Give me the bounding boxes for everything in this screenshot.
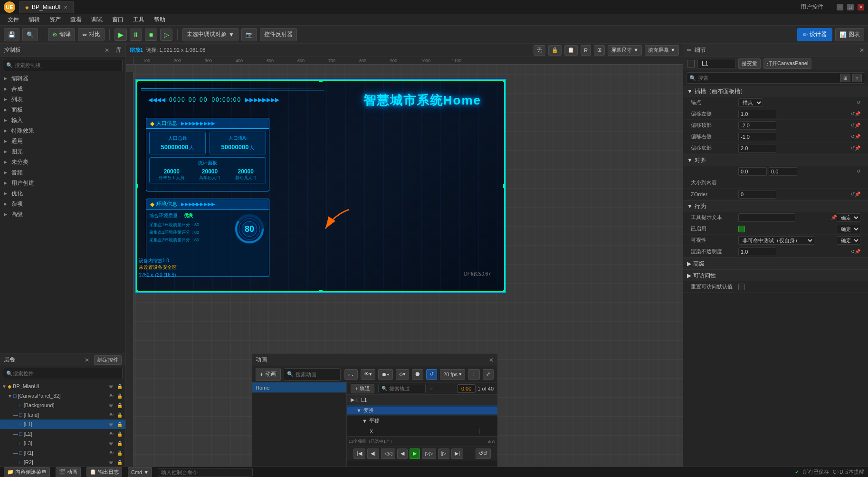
align-y-input[interactable] [769,167,797,176]
visibility-icon-l3[interactable]: 👁 [107,439,115,447]
record-btn[interactable]: ⏺▾ [378,369,393,380]
sequence-btn[interactable]: ⬣ [412,369,423,380]
tooltip-dropdown[interactable]: 确定 [837,213,860,222]
menu-asset[interactable]: 资产 [46,15,65,25]
behavior-section-header[interactable]: ▼ 行为 [683,200,868,212]
layer-canvas-panel[interactable]: ▼ □ [CanvasPanel_32] 👁 🔒 [0,391,125,401]
is-variable-btn[interactable]: 是变量 [738,58,761,69]
right-panel-close-btn[interactable]: ✕ [859,47,864,54]
minimize-btn[interactable]: ─ [837,4,843,10]
opacity-input[interactable] [738,248,776,256]
visibility-icon-l1[interactable]: 👁 [107,420,115,428]
alignment-section-header[interactable]: ▼ 对齐 [683,154,868,166]
layer-hand[interactable]: — □ [Hand] 👁 🔒 [0,410,125,420]
visibility-icon-bp[interactable]: 👁 [107,382,115,390]
save-btn[interactable]: 💾 [4,28,19,41]
enabled-checkbox[interactable] [738,226,745,232]
layer-l1[interactable]: — □ [L1] 👁 🔒 [0,420,125,429]
component-uncategorized[interactable]: ▶ 未分类 [0,157,125,167]
layer-r1[interactable]: — □ [R1] 👁 🔒 [0,448,125,458]
enabled-dropdown[interactable]: 确定 [837,225,860,233]
component-misc[interactable]: ▶ 杂项 [0,199,125,209]
stop-btn[interactable]: ■ [145,29,157,41]
bind-widget-btn[interactable]: 绑定控件 [94,355,122,365]
lock-btn[interactable]: 🔒 [548,45,562,56]
opacity-pin[interactable]: 📌 [855,249,860,254]
anchor-reset-btn[interactable]: ↺ [857,100,860,105]
close-btn[interactable]: ✕ [858,4,864,10]
layer-close-btn[interactable]: ✕ [85,357,89,363]
options-btn[interactable]: ⋮ [468,369,480,380]
loop-btn[interactable]: ↺ [426,369,437,380]
controls-close-btn[interactable]: ✕ [105,47,109,54]
menu-edit[interactable]: 编辑 [25,15,44,25]
time-input[interactable]: 0.00 [457,384,476,393]
visibility-icon-r1[interactable]: 👁 [107,449,115,457]
align-x-input[interactable] [738,167,767,176]
fill-screen-btn[interactable]: 填充屏幕 ▼ [645,45,679,56]
component-list-item[interactable]: ▶ 列表 [0,94,125,105]
alignment-reset[interactable]: ↺ [857,169,860,174]
lock-icon-bp[interactable]: 🔒 [116,382,124,390]
lock-icon-bg[interactable]: 🔒 [116,401,124,409]
offset-top-pin[interactable]: 📌 [855,123,860,128]
goto-end-btn[interactable]: ▶| [451,448,463,459]
menu-file[interactable]: 文件 [4,15,23,25]
snap-btn[interactable]: ◇▾ [396,369,409,380]
visibility-icon-bg[interactable]: 👁 [107,401,115,409]
offset-right-pin[interactable]: 📌 [855,134,860,139]
menu-view[interactable]: 查看 [67,15,86,25]
track-search-input[interactable] [389,386,422,391]
widget-mirror-btn[interactable]: 控件反射器 [260,28,297,41]
slot-section-header[interactable]: ▼ 插槽（画布面板槽） [683,86,868,97]
controls-tab[interactable]: 控制板 [4,46,21,54]
no-btn[interactable]: 无 [534,45,545,56]
zorder-pin[interactable]: 📌 [855,191,860,197]
layer-r2[interactable]: — □ [R2] 👁 🔒 [0,458,125,467]
tooltip-input[interactable] [738,213,795,222]
lock-icon-r2[interactable]: 🔒 [116,458,124,466]
component-advanced[interactable]: ▶ 高级 [0,209,125,219]
component-panel[interactable]: ▶ 面板 [0,105,125,115]
offset-top-reset[interactable]: ↺ [851,123,855,128]
goto-start-btn[interactable]: |◀ [353,448,365,459]
visibility-icon-l2[interactable]: 👁 [107,430,115,438]
opacity-reset[interactable]: ↺ [851,249,855,254]
lock-icon-hand[interactable]: 🔒 [116,411,124,419]
layer-l2[interactable]: — □ [L2] 👁 🔒 [0,429,125,439]
open-canvas-btn[interactable]: 打开CanvasPanel [763,58,811,69]
zorder-reset[interactable]: ↺ [851,191,855,197]
tab-close-btn[interactable]: ✕ [64,5,67,10]
list-toggle-btn[interactable]: ≡ [852,74,862,82]
step-forward-btn[interactable]: |▷ [438,448,450,459]
layer-background[interactable]: — □ [Background] 👁 🔒 [0,401,125,410]
offset-left-reset[interactable]: ↺ [851,111,855,116]
graph-btn[interactable]: 📊 图表 [835,28,864,41]
component-audio[interactable]: ▶ 音频 [0,167,125,178]
offset-right-input[interactable] [738,133,776,141]
mirror-btn[interactable]: 📷 [241,28,257,41]
r-btn[interactable]: R [581,45,591,56]
menu-debug[interactable]: 调试 [87,15,106,25]
lock-icon-l2[interactable]: 🔒 [116,430,124,438]
visibility-dropdown[interactable]: 非可命中测试（仅自身） [738,236,814,245]
lock-icon-l1[interactable]: 🔒 [116,420,124,428]
visibility-icon-canvas[interactable]: 👁 [107,392,115,400]
offset-bottom-reset[interactable]: ↺ [851,145,855,151]
lock-icon-l3[interactable]: 🔒 [116,439,124,447]
anim-search-input[interactable] [296,372,337,377]
tooltip-bind-btn[interactable]: 📌 [831,215,837,220]
flag-btn[interactable]: 📋 [564,45,578,56]
visibility-override-dropdown[interactable]: 确定 [837,236,860,245]
layer-l3[interactable]: — □ [L3] 👁 🔒 [0,439,125,448]
component-editor[interactable]: ▶ 编辑器 [0,73,125,84]
menu-window[interactable]: 窗口 [108,15,127,25]
component-optimize[interactable]: ▶ 优化 [0,188,125,199]
cmd-btn[interactable]: Cmd ▼ [128,467,152,477]
add-animation-btn[interactable]: + 动画 [256,368,281,381]
keyframe-mode-btn[interactable]: ⬦▾ [344,369,358,380]
advanced-section-header[interactable]: ▶ 高级 [683,258,868,269]
view-mode-btn[interactable]: 👁▾ [361,369,375,380]
zorder-input[interactable] [738,190,776,199]
compare-btn[interactable]: ⇔ 对比 [78,28,105,41]
